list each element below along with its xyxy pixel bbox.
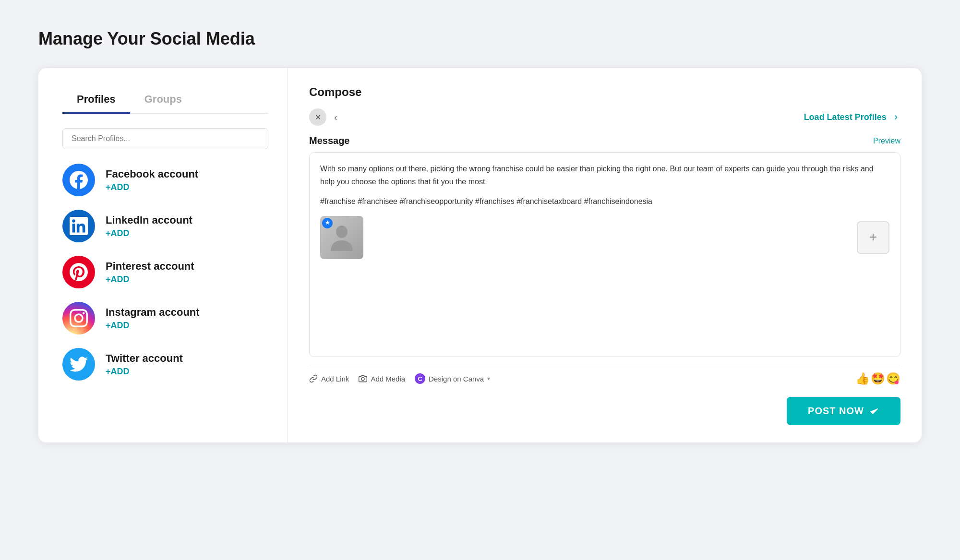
account-item-linkedin: LinkedIn account +ADD: [62, 210, 268, 242]
instagram-add-btn[interactable]: +ADD: [106, 321, 200, 331]
pinterest-icon: [62, 256, 95, 288]
page-title: Manage Your Social Media: [38, 29, 922, 49]
star-badge: ★: [322, 218, 333, 228]
tabs-container: Profiles Groups: [62, 87, 268, 114]
tab-groups[interactable]: Groups: [130, 87, 196, 114]
nav-left-arrow[interactable]: ‹: [331, 110, 340, 125]
nav-right-arrow[interactable]: ›: [891, 109, 900, 125]
load-profiles-button[interactable]: Load Latest Profiles: [804, 112, 887, 122]
chevron-right-icon: ›: [894, 111, 898, 123]
account-item-facebook: Facebook account +ADD: [62, 164, 268, 196]
checkmark-icon: [869, 406, 879, 417]
link-icon: [309, 374, 318, 383]
plus-icon: +: [869, 226, 877, 248]
message-box: With so many options out there, picking …: [309, 152, 900, 357]
media-row: ★ +: [320, 216, 889, 259]
svg-point-0: [336, 226, 348, 238]
left-panel: Profiles Groups Facebook account +ADD: [38, 68, 288, 442]
facebook-account-name: Facebook account: [106, 168, 198, 180]
canva-dropdown-icon: ▾: [487, 375, 490, 382]
tab-profiles[interactable]: Profiles: [62, 87, 130, 114]
add-media-label: Add Media: [371, 375, 405, 383]
main-card: Profiles Groups Facebook account +ADD: [38, 68, 922, 442]
svg-point-1: [361, 378, 364, 381]
camera-icon: [359, 374, 367, 383]
add-media-plus-button[interactable]: +: [857, 221, 889, 254]
add-media-button[interactable]: Add Media: [359, 374, 405, 383]
search-profiles-input[interactable]: [62, 128, 268, 149]
message-text: With so many options out there, picking …: [320, 162, 889, 188]
instagram-icon: [62, 302, 95, 334]
person-silhouette-icon: [330, 223, 354, 252]
heart-emoji: 😋: [886, 372, 900, 385]
thumbs-up-emoji: 👍: [855, 372, 870, 385]
compose-title: Compose: [309, 85, 900, 99]
action-bar: Add Link Add Media C Design on Canva ▾ 👍…: [309, 365, 900, 385]
facebook-add-btn[interactable]: +ADD: [106, 182, 198, 192]
canva-label: Design on Canva: [429, 375, 484, 383]
post-now-button[interactable]: POST NOW: [787, 397, 900, 425]
compose-nav: ✕ ‹ Load Latest Profiles ›: [309, 108, 900, 126]
reactions-bar: 👍 🤩 😋: [855, 372, 900, 385]
post-now-label: POST NOW: [808, 405, 864, 417]
close-button[interactable]: ✕: [309, 108, 326, 126]
linkedin-add-btn[interactable]: +ADD: [106, 228, 192, 238]
post-now-row: POST NOW: [309, 397, 900, 425]
account-item-twitter: Twitter account +ADD: [62, 348, 268, 381]
hashtags-text: #franchise #franchisee #franchiseopportu…: [320, 195, 889, 208]
add-link-button[interactable]: Add Link: [309, 374, 349, 383]
twitter-icon: [62, 348, 95, 381]
add-link-label: Add Link: [321, 375, 349, 383]
right-panel: Compose ✕ ‹ Load Latest Profiles › Messa…: [288, 68, 922, 442]
chevron-left-icon: ‹: [334, 112, 337, 122]
media-thumbnail[interactable]: ★: [320, 216, 363, 259]
account-item-instagram: Instagram account +ADD: [62, 302, 268, 334]
preview-button[interactable]: Preview: [873, 137, 900, 145]
message-header: Message Preview: [309, 135, 900, 146]
account-list: Facebook account +ADD LinkedIn account +…: [62, 164, 268, 381]
party-emoji: 🤩: [871, 372, 885, 385]
account-item-pinterest: Pinterest account +ADD: [62, 256, 268, 288]
facebook-icon: [62, 164, 95, 196]
canva-icon: C: [415, 373, 425, 384]
twitter-account-name: Twitter account: [106, 352, 183, 365]
twitter-add-btn[interactable]: +ADD: [106, 367, 183, 377]
instagram-account-name: Instagram account: [106, 306, 200, 319]
linkedin-account-name: LinkedIn account: [106, 214, 192, 226]
linkedin-icon: [62, 210, 95, 242]
design-on-canva-button[interactable]: C Design on Canva ▾: [415, 373, 490, 384]
pinterest-account-name: Pinterest account: [106, 260, 194, 273]
close-icon: ✕: [315, 113, 321, 122]
message-label: Message: [309, 135, 350, 146]
pinterest-add-btn[interactable]: +ADD: [106, 274, 194, 285]
